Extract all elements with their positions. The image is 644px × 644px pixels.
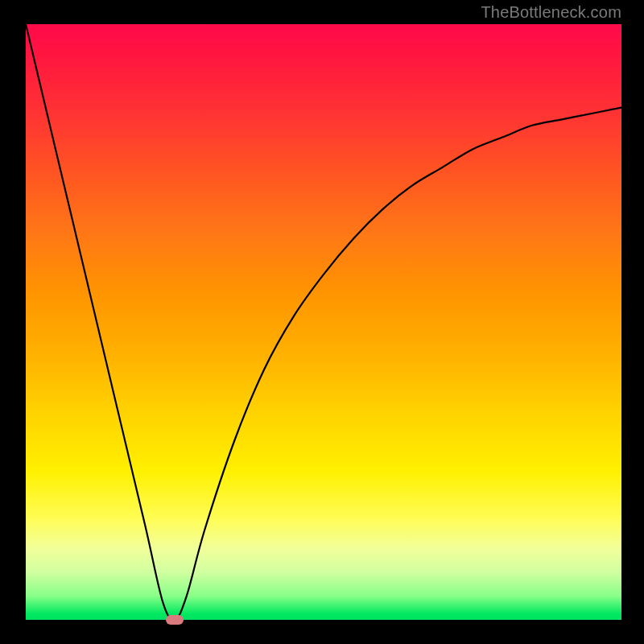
plot-area	[26, 24, 621, 620]
attribution-text: TheBottleneck.com	[481, 3, 621, 22]
minimum-marker	[166, 615, 184, 625]
bottleneck-curve	[26, 24, 621, 620]
chart-frame: TheBottleneck.com	[0, 0, 644, 644]
